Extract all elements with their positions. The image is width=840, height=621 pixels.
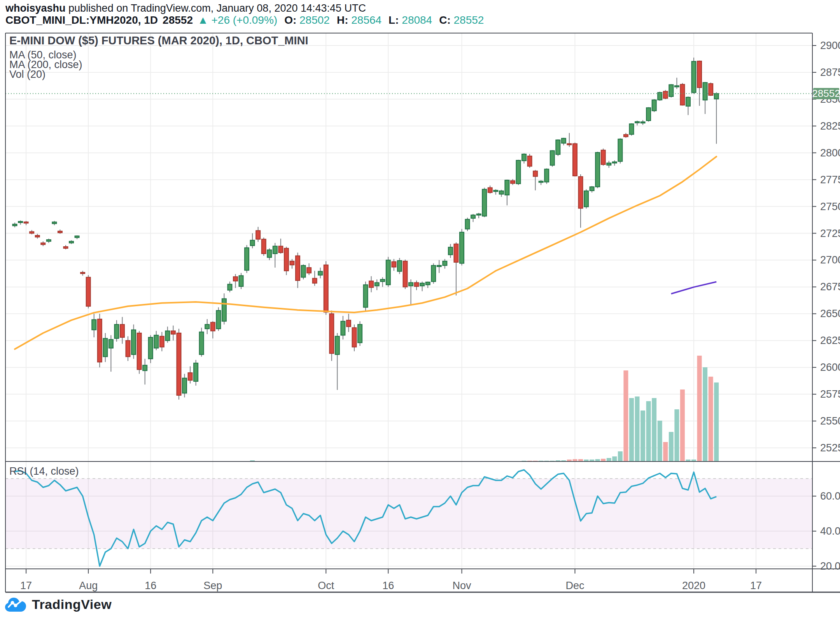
volume-bar <box>691 460 696 461</box>
volume-bar <box>697 356 702 461</box>
candle-body <box>188 373 192 380</box>
volume-bar <box>250 460 255 461</box>
candle-body <box>703 82 707 100</box>
price-axis-label: 28250 <box>820 120 840 132</box>
candle-body <box>392 262 396 267</box>
candle-body <box>284 248 289 271</box>
candle-body <box>516 160 520 184</box>
volume-bar <box>572 459 577 461</box>
candle-body <box>171 331 175 334</box>
volume-bar <box>550 461 555 461</box>
candle-body <box>307 268 311 273</box>
candle-body <box>200 332 204 354</box>
published-byline: whoisyashu published on TradingView.com,… <box>5 2 366 14</box>
candle-body <box>618 139 622 161</box>
candle-body <box>329 314 334 353</box>
time-axis-label: Dec <box>565 580 584 591</box>
candle-body <box>477 214 481 215</box>
candle-body <box>675 86 679 87</box>
candle-body <box>579 177 583 208</box>
volume-bar <box>714 382 719 461</box>
volume-bar <box>533 461 538 461</box>
candle-body <box>69 241 74 243</box>
candle-body <box>652 100 656 111</box>
candle-body <box>544 169 549 182</box>
candle-body <box>562 139 566 143</box>
candle-body <box>182 378 187 393</box>
volume-bar <box>578 459 583 461</box>
candle-body <box>466 219 470 229</box>
volume-bar <box>527 461 532 461</box>
candle-body <box>41 243 45 244</box>
candle-body <box>714 94 719 99</box>
candle-body <box>375 282 379 286</box>
candle-body <box>58 231 62 233</box>
candle-body <box>573 144 577 176</box>
rsi-band <box>5 479 812 549</box>
candle-body <box>680 84 684 105</box>
price-axis-label: 25750 <box>820 388 840 400</box>
chart-canvas[interactable]: 2900028750285002825028000277502750027250… <box>0 0 840 621</box>
candle-body <box>296 256 300 280</box>
candle-body <box>324 265 328 312</box>
volume-bar <box>561 460 566 461</box>
candle-body <box>697 61 702 88</box>
candle-body <box>239 275 243 286</box>
volume-bar <box>646 401 651 461</box>
price-axis-label: 26750 <box>820 281 840 293</box>
candle-body <box>364 285 368 307</box>
candle-body <box>165 331 170 340</box>
low-stat: L: 28084 <box>386 14 432 26</box>
volume-bar <box>522 461 527 461</box>
candle-body <box>590 187 594 191</box>
candle-body <box>358 325 362 343</box>
candle-body <box>646 108 651 121</box>
ma50-line <box>15 156 716 349</box>
volume-bar <box>590 460 594 461</box>
volume-bar <box>680 389 685 461</box>
candle-body <box>460 232 464 263</box>
candle-body <box>607 163 611 165</box>
candle-body <box>595 153 600 187</box>
candle-body <box>641 122 645 123</box>
candle-body <box>369 281 373 288</box>
volume-series <box>250 356 719 461</box>
legend-item-rsi[interactable]: RSI (14, close) <box>9 465 79 477</box>
candle-body <box>511 181 515 183</box>
candle-body <box>386 260 390 284</box>
price-axis-label: 25250 <box>820 442 840 454</box>
rsi-band-fill <box>5 479 812 549</box>
price-axis-label: 27750 <box>820 174 840 186</box>
candle-body <box>13 224 17 226</box>
candle-body <box>533 171 537 177</box>
candle-body <box>154 335 158 348</box>
candle-body <box>160 336 164 347</box>
volume-bar <box>640 410 645 461</box>
volume-bar <box>663 442 668 461</box>
price-change: ▲ +26 (+0.09%) <box>198 14 277 26</box>
candle-body <box>550 151 555 165</box>
rsi-axis-label: 40.00 <box>820 525 840 537</box>
candle-body <box>177 333 181 395</box>
candle-body <box>35 235 40 237</box>
candle-body <box>658 93 662 100</box>
last-price: 28552 <box>163 14 193 26</box>
candle-body <box>86 277 91 306</box>
legend-item-volume[interactable]: Vol (20) <box>9 68 46 81</box>
candle-body <box>448 247 453 254</box>
price-axis-label: 27500 <box>820 201 840 212</box>
open-stat: O: 28502 <box>282 14 330 26</box>
candle-body <box>205 325 209 329</box>
candle-body <box>18 221 23 223</box>
candle-body <box>528 156 532 166</box>
price-axis-label: 28000 <box>820 147 840 159</box>
candle-body <box>346 320 351 327</box>
current-price-badge: 28552 <box>813 88 839 99</box>
tradingview-published-chart: 2900028750285002825028000277502750027250… <box>0 0 840 621</box>
volume-bar <box>669 432 674 461</box>
candle-body <box>443 261 447 265</box>
price-axis-label: 29000 <box>820 40 840 51</box>
candle-body <box>75 236 79 237</box>
tradingview-logo[interactable]: TradingView <box>5 596 112 612</box>
time-axis-label: 17 <box>20 580 32 591</box>
